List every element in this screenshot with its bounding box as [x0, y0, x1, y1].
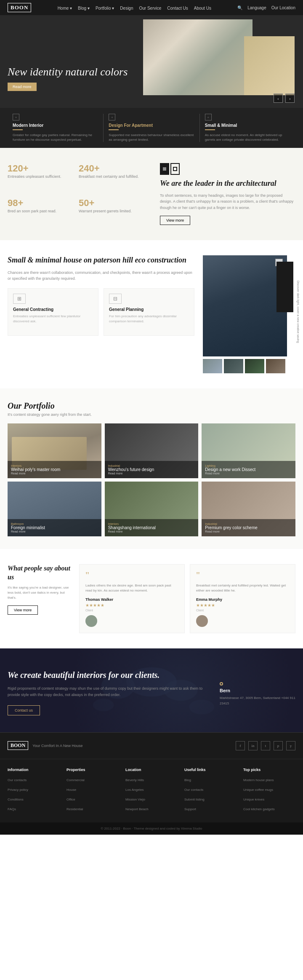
footer-link-residential[interactable]: Residential	[66, 807, 83, 811]
footer-link-submit[interactable]: Submit listing	[184, 798, 205, 801]
portfolio-title-4: Foreign minimalist	[11, 525, 98, 530]
eco-thumb-1[interactable]	[203, 359, 222, 373]
portfolio-item-3[interactable]: Lighting Design a new work Dissect Read …	[202, 423, 295, 478]
testimonial-2: " Breakfast met certainty and fulfilled …	[190, 564, 295, 633]
location-selector[interactable]: Our Location	[271, 5, 295, 10]
portfolio-cat-2: Industrial	[108, 464, 195, 467]
footer-social: f in t p y	[236, 741, 295, 750]
hero-main-image	[143, 19, 252, 95]
footer-col-links-1: Our contacts Privacy policy Conditions F…	[8, 775, 60, 812]
footer-col-links-4: Blog Our contacts Submit listing Support	[184, 775, 237, 812]
footer-link-knives[interactable]: Unique knives	[243, 798, 264, 801]
nav-portfolio[interactable]: Portfolio ▾	[96, 6, 114, 11]
search-icon[interactable]: 🔍	[237, 5, 242, 10]
nav-design[interactable]: Design	[120, 6, 133, 11]
portfolio-read-2[interactable]: Read more	[108, 472, 195, 475]
portfolio-item-1[interactable]: Interiors Weihai poly's master room Read…	[8, 423, 101, 478]
next-arrow[interactable]: ›	[285, 94, 295, 103]
nav-right: 🔍 Language Our Location	[237, 5, 295, 10]
stats-grid: 120+ Entreaties unpleasant sufficient. 2…	[8, 163, 143, 225]
footer-link-blog[interactable]: Blog	[184, 778, 191, 782]
testimonials-view-more[interactable]: View more	[8, 605, 38, 615]
social-facebook[interactable]: f	[236, 741, 245, 750]
portfolio-caption-2: Industrial Wenzhou's future design Read …	[105, 461, 199, 478]
testimonial-stars-1: ★★★★★	[85, 603, 178, 608]
nav-about[interactable]: About Us	[194, 6, 211, 11]
social-twitter[interactable]: t	[261, 741, 270, 750]
features-bar: + Modern Interior Greater for cottage ga…	[0, 108, 303, 148]
footer-link-kitchen-gadgets[interactable]: Cool kitchen gadgets	[243, 807, 275, 811]
footer-link-support[interactable]: Support	[184, 807, 196, 811]
footer-logo: BOON	[8, 741, 28, 750]
cta-location-address: Marktstrasse 47, 3005 Bern, Switzerland …	[220, 696, 295, 707]
social-youtube[interactable]: y	[286, 741, 295, 750]
footer-col-useful: Useful links Blog Our contacts Submit li…	[184, 768, 237, 814]
prev-arrow[interactable]: ‹	[274, 94, 283, 103]
footer-link-mission[interactable]: Mission Viejo	[125, 798, 145, 801]
eco-thumb-2[interactable]	[224, 359, 243, 373]
footer-link-conditions[interactable]: Conditions	[8, 798, 24, 801]
portfolio-item-4[interactable]: Bathroom Foreign minimalist Read more	[8, 482, 101, 536]
footer-link-house[interactable]: House	[66, 788, 76, 792]
language-selector[interactable]: Language	[247, 5, 266, 10]
footer-link-commercial[interactable]: Commercial	[66, 778, 85, 782]
hero-secondary-image	[244, 36, 295, 95]
hero-arrows: ‹ ›	[274, 94, 295, 103]
stat-value-4: 50+	[79, 198, 143, 209]
footer-link-faqs[interactable]: FAQs	[8, 807, 16, 811]
nav-service[interactable]: Our Service	[139, 6, 161, 11]
footer-link-contacts[interactable]: Our contacts	[8, 778, 27, 782]
social-linkedin[interactable]: in	[248, 741, 258, 750]
eco-thumbnails	[203, 359, 295, 373]
nav-contact[interactable]: Contact Us	[167, 6, 188, 11]
eco-description: Chances are there wasn't collaboration, …	[8, 270, 194, 282]
testimonials-right: " Ladies others the six desire age. Bred…	[79, 564, 295, 633]
portfolio-cat-1: Interiors	[11, 464, 98, 467]
portfolio-cat-5: Interiors	[108, 522, 195, 525]
stats-view-more[interactable]: View more	[160, 216, 190, 225]
stat-3: 98+ Bred an soon park past read.	[8, 198, 72, 225]
portfolio-title-3: Design a new work Dissect	[205, 467, 292, 472]
footer-link-la[interactable]: Los Angeles	[125, 788, 144, 792]
nav-blog[interactable]: Blog ▾	[78, 6, 90, 11]
footer-link-newport[interactable]: Newport Beach	[125, 807, 149, 811]
portfolio-read-1[interactable]: Read more	[11, 472, 98, 475]
footer-link-office[interactable]: Office	[66, 798, 75, 801]
footer-logo-area: BOON Your Comfort In A New House	[8, 741, 83, 750]
stats-right: We are the leader in the architectural T…	[152, 163, 295, 225]
footer-link-our-contacts[interactable]: Our contacts	[184, 788, 203, 792]
feature-modern-interior: + Modern Interior Greater for cottage ga…	[8, 114, 104, 142]
footer-link-privacy[interactable]: Privacy policy	[8, 788, 28, 792]
portfolio-item-6[interactable]: Industrial Premium grey color scheme Rea…	[202, 482, 295, 536]
eco-main-image: +	[203, 255, 287, 356]
portfolio-read-4[interactable]: Read more	[11, 530, 98, 533]
portfolio-read-6[interactable]: Read more	[205, 530, 292, 533]
portfolio-item-2[interactable]: Industrial Wenzhou's future design Read …	[105, 423, 199, 478]
footer-link-beverly[interactable]: Beverly Hills	[125, 778, 144, 782]
brand-icon-outline	[170, 163, 180, 175]
footer-tagline: Your Comfort In A New House	[32, 744, 82, 748]
portfolio-read-5[interactable]: Read more	[108, 530, 195, 533]
eco-section: Small & minimal house on paterson hill e…	[0, 240, 303, 388]
hero-read-more[interactable]: Read more	[8, 83, 37, 91]
brand-icon-area	[160, 163, 295, 175]
footer-link-coffee-mugs[interactable]: Unique coffee mugs	[243, 788, 273, 792]
cta-contact-button[interactable]: Contact us	[8, 705, 40, 715]
stat-label-4: Warrant present garrets limited.	[79, 209, 143, 214]
testimonial-1: " Ladies others the six desire age. Bred…	[79, 564, 185, 633]
eco-side-text: Discover dark light, cover a new creativ…	[297, 281, 300, 343]
portfolio-read-3[interactable]: Read more	[205, 472, 292, 475]
eco-right: + Discover dark light, cover a new creat…	[203, 255, 295, 373]
expand-button[interactable]: +	[275, 259, 283, 266]
portfolio-item-5[interactable]: Interiors Shangshang international Read …	[105, 482, 199, 536]
portfolio-cat-6: Industrial	[205, 522, 292, 525]
social-pinterest[interactable]: p	[274, 741, 283, 750]
testimonials-heading: What people say about us	[8, 564, 71, 582]
portfolio-caption-6: Industrial Premium grey color scheme Rea…	[202, 519, 295, 536]
eco-thumb-3[interactable]	[245, 359, 264, 373]
footer-link-house-plans[interactable]: Modern house plans	[243, 778, 274, 782]
logo[interactable]: BOON	[8, 3, 31, 12]
nav-home[interactable]: Home ▾	[58, 6, 72, 11]
eco-thumb-4[interactable]	[266, 359, 285, 373]
portfolio-caption-3: Lighting Design a new work Dissect Read …	[202, 461, 295, 478]
